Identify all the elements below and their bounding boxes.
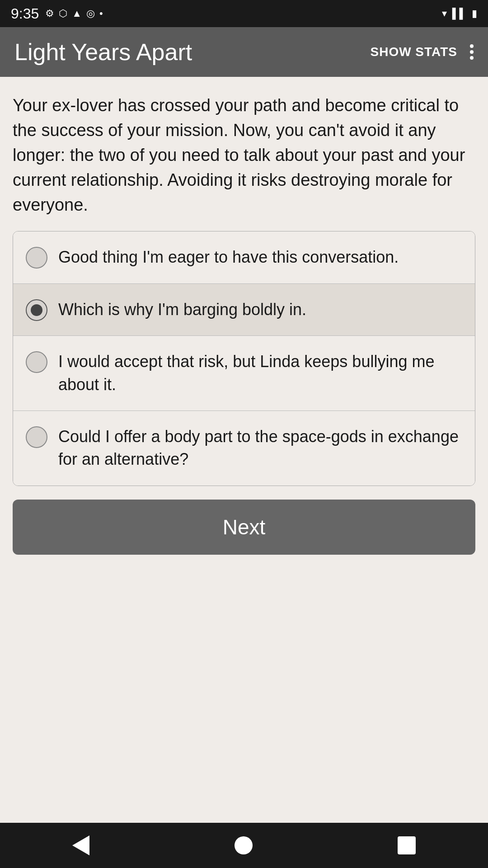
- warning-icon: ▲: [72, 8, 82, 19]
- option-4[interactable]: Could I offer a body part to the space-g…: [13, 411, 475, 486]
- back-button[interactable]: [72, 835, 89, 855]
- options-container: Good thing I'm eager to have this conver…: [13, 231, 475, 486]
- main-content: Your ex-lover has crossed your path and …: [0, 77, 488, 823]
- radio-inner-2: [31, 304, 42, 316]
- dot-indicator: •: [99, 8, 103, 19]
- status-right: ▾ ▌▌ ▮: [442, 8, 477, 19]
- app-bar: Light Years Apart SHOW STATS: [0, 27, 488, 77]
- option-text-4: Could I offer a body part to the space-g…: [58, 425, 462, 471]
- shield-icon: ⬡: [59, 8, 67, 19]
- option-text-2: Which is why I'm barging boldly in.: [58, 298, 462, 321]
- status-time: 9:35: [11, 5, 39, 22]
- recent-icon: [398, 836, 416, 854]
- story-text: Your ex-lover has crossed your path and …: [13, 93, 475, 217]
- home-icon: [235, 836, 253, 854]
- next-button[interactable]: Next: [13, 500, 475, 555]
- radio-button-2[interactable]: [26, 299, 47, 321]
- app-title: Light Years Apart: [14, 38, 192, 66]
- radio-button-4[interactable]: [26, 426, 47, 448]
- back-icon: [72, 835, 89, 855]
- recent-button[interactable]: [398, 836, 416, 854]
- app-bar-actions: SHOW STATS: [370, 44, 474, 60]
- radio-button-1[interactable]: [26, 247, 47, 269]
- wifi-icon: ▾: [442, 8, 447, 19]
- signal-icon: ▌▌: [452, 8, 466, 19]
- option-2[interactable]: Which is why I'm barging boldly in.: [13, 284, 475, 336]
- option-1[interactable]: Good thing I'm eager to have this conver…: [13, 231, 475, 283]
- status-bar: 9:35 ⚙ ⬡ ▲ ◎ • ▾ ▌▌ ▮: [0, 0, 488, 27]
- status-left: 9:35 ⚙ ⬡ ▲ ◎ •: [11, 5, 103, 22]
- status-icons: ⚙ ⬡ ▲ ◎ •: [45, 8, 103, 19]
- radio-button-3[interactable]: [26, 351, 47, 373]
- home-button[interactable]: [235, 836, 253, 854]
- battery-icon: ▮: [472, 8, 477, 19]
- option-3[interactable]: I would accept that risk, but Linda keep…: [13, 336, 475, 411]
- show-stats-button[interactable]: SHOW STATS: [370, 45, 457, 59]
- settings-icon: ⚙: [45, 8, 54, 19]
- target-icon: ◎: [86, 8, 95, 19]
- option-text-3: I would accept that risk, but Linda keep…: [58, 350, 462, 396]
- nav-bar: [0, 823, 488, 868]
- more-options-icon[interactable]: [470, 44, 474, 60]
- option-text-1: Good thing I'm eager to have this conver…: [58, 246, 462, 269]
